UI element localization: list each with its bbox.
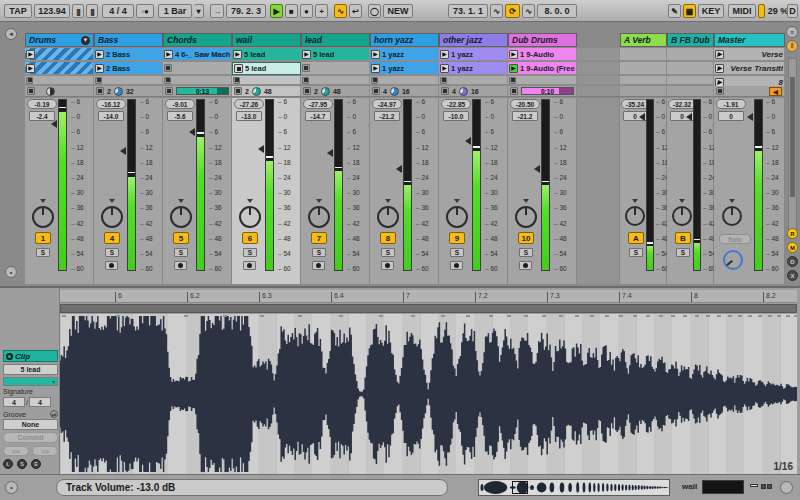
- solo-button[interactable]: Solo: [719, 234, 751, 244]
- midi-map-button[interactable]: MIDI: [728, 4, 756, 18]
- mixer-section-toggle-x[interactable]: X: [787, 270, 798, 281]
- clip-stop-button[interactable]: [95, 77, 102, 84]
- pan-knob[interactable]: [625, 206, 645, 226]
- next-clip-button[interactable]: >>: [32, 446, 58, 456]
- beat-time-ruler[interactable]: 66.26.36.477.27.37.488.2: [60, 290, 797, 303]
- stop-all-track-clips-button[interactable]: [234, 87, 242, 95]
- clip-stop-button[interactable]: [302, 77, 309, 84]
- track-header[interactable]: Bass: [94, 33, 163, 47]
- punch-out-button[interactable]: ∿: [522, 4, 535, 18]
- time-signature-field[interactable]: 4 / 4: [102, 4, 134, 18]
- stop-all-track-clips-button[interactable]: [303, 87, 311, 95]
- volume-value-field[interactable]: -14.0: [98, 111, 124, 121]
- clip-view-selector-icon[interactable]: ≡: [786, 26, 798, 38]
- clip-slot[interactable]: ▶1 9-Audio (Freeze): [508, 62, 577, 75]
- arm-button[interactable]: [174, 261, 187, 270]
- track-header[interactable]: wail: [232, 33, 301, 47]
- track-header[interactable]: horn yazz: [370, 33, 439, 47]
- arm-button[interactable]: [519, 261, 532, 270]
- play-button[interactable]: ▶: [270, 4, 283, 18]
- info-toggle-icon[interactable]: •: [5, 481, 18, 494]
- volume-value-field[interactable]: -21.2: [374, 111, 400, 121]
- clip-slot[interactable]: ▶5 lead: [232, 48, 301, 61]
- return-activator-button[interactable]: A: [628, 232, 644, 244]
- clip-slot[interactable]: ▶: [25, 62, 94, 75]
- volume-fader-handle[interactable]: [747, 113, 753, 121]
- arm-button[interactable]: [105, 261, 118, 270]
- clip-launch-icon[interactable]: ▶: [233, 50, 242, 59]
- clip-slot[interactable]: ▶1 yazz: [370, 48, 439, 61]
- solo-button[interactable]: S: [105, 248, 119, 257]
- clip-slot-empty[interactable]: [508, 76, 577, 85]
- clip-slot[interactable]: ▶2 Bass: [94, 62, 163, 75]
- clip-overview-zoom-frame[interactable]: [512, 481, 528, 494]
- arm-button[interactable]: [312, 261, 325, 270]
- mixer-section-toggle-m[interactable]: M: [787, 242, 798, 253]
- volume-fader-handle[interactable]: [51, 120, 57, 128]
- return-track-header[interactable]: A Verb: [620, 33, 667, 47]
- clip-slot[interactable]: ▶1 yazz: [370, 62, 439, 75]
- new-button[interactable]: NEW: [383, 4, 413, 18]
- arm-button[interactable]: [450, 261, 463, 270]
- volume-fader-handle[interactable]: [396, 165, 402, 173]
- nudge-down-button[interactable]: |||: [72, 4, 84, 18]
- clip-slot-empty[interactable]: [301, 76, 370, 85]
- volume-value-field[interactable]: -10.0: [443, 111, 469, 121]
- tempo-field[interactable]: 123.94: [34, 4, 70, 18]
- clip-launch-icon[interactable]: ▶: [95, 50, 104, 59]
- nudge-up-button[interactable]: |||: [86, 4, 98, 18]
- return-activator-button[interactable]: B: [675, 232, 691, 244]
- stop-all-clips-button[interactable]: [716, 87, 724, 95]
- pan-knob[interactable]: [101, 206, 123, 228]
- clip-launch-icon[interactable]: ▶: [26, 50, 35, 59]
- volume-value-field[interactable]: -5.6: [167, 111, 193, 121]
- metronome-icon[interactable]: ◦●: [136, 4, 154, 18]
- clip-slot[interactable]: ▶: [25, 48, 94, 61]
- groove-selector[interactable]: None: [3, 419, 58, 430]
- clip-launch-icon[interactable]: ▶: [26, 64, 35, 73]
- clip-launch-icon[interactable]: ▶: [302, 50, 311, 59]
- clip-launch-icon[interactable]: ▶: [371, 64, 380, 73]
- clip-launch-icon[interactable]: ▶: [440, 50, 449, 59]
- waveform-editor[interactable]: 1/16: [60, 314, 797, 474]
- arm-button[interactable]: [243, 261, 256, 270]
- pan-knob[interactable]: [308, 206, 330, 228]
- clip-slot-empty[interactable]: [232, 76, 301, 85]
- commit-button[interactable]: Commit: [3, 432, 58, 443]
- volume-fader-handle[interactable]: [686, 113, 692, 121]
- volume-fader-handle[interactable]: [465, 137, 471, 145]
- clip-stop-button[interactable]: [26, 77, 33, 84]
- group-fold-icon[interactable]: ▼: [81, 36, 90, 45]
- clip-stop-button[interactable]: [440, 77, 447, 84]
- clip-slot[interactable]: [163, 62, 232, 75]
- clip-slot[interactable]: ▶1 yazz: [439, 62, 508, 75]
- clip-box-toggle-e[interactable]: E: [31, 459, 41, 469]
- quantization-menu[interactable]: 1 Bar: [158, 4, 192, 18]
- clip-slot[interactable]: [301, 62, 370, 75]
- track-activator-button[interactable]: 8: [380, 232, 396, 244]
- track-activator-button[interactable]: 5: [173, 232, 189, 244]
- track-activator-button[interactable]: 4: [104, 232, 120, 244]
- track-activator-button[interactable]: 6: [242, 232, 258, 244]
- stop-all-track-clips-button[interactable]: [441, 87, 449, 95]
- clip-slot[interactable]: ▶4 6-_ Saw Machine (R: [163, 48, 232, 61]
- preview-volume-knob[interactable]: [723, 250, 743, 270]
- groove-hot-swap-icon[interactable]: ⇄: [50, 410, 58, 418]
- solo-button[interactable]: S: [676, 248, 690, 257]
- pan-knob[interactable]: [32, 206, 54, 228]
- track-activator-button[interactable]: 1: [35, 232, 51, 244]
- clip-box-toggle-l[interactable]: L: [3, 459, 13, 469]
- clip-stop-button[interactable]: [233, 77, 240, 84]
- signature-numerator-field[interactable]: 4: [3, 397, 25, 407]
- volume-value-field[interactable]: 0: [718, 111, 744, 121]
- volume-value-field[interactable]: -21.2: [512, 111, 538, 121]
- pan-knob[interactable]: [515, 206, 537, 228]
- record-button[interactable]: ●: [300, 4, 313, 18]
- master-track-header[interactable]: Master: [714, 33, 785, 47]
- stop-all-track-clips-button[interactable]: [96, 87, 104, 95]
- arrangement-position-display[interactable]: 79. 2. 3: [226, 4, 266, 18]
- pan-knob[interactable]: [672, 206, 692, 226]
- solo-button[interactable]: S: [519, 248, 533, 257]
- clip-playing-icon[interactable]: ▶: [509, 64, 518, 73]
- show-browser-icon[interactable]: ◂: [5, 28, 17, 40]
